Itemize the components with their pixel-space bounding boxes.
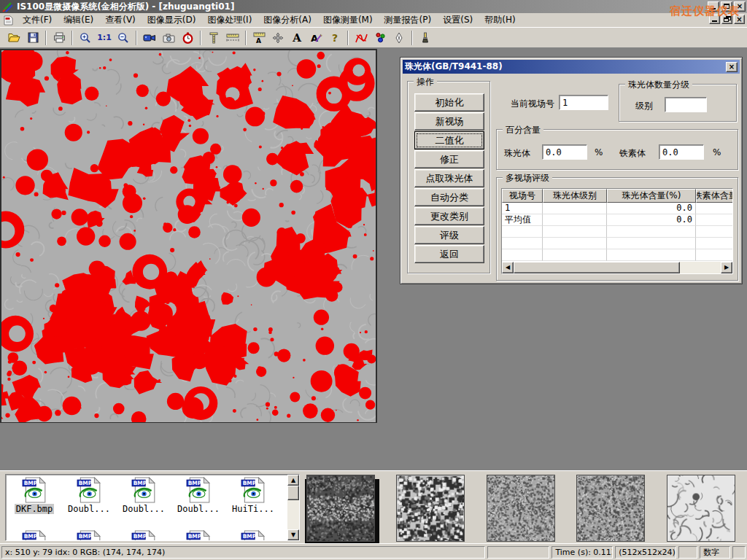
dialog-close-button[interactable]: × bbox=[726, 62, 738, 72]
thumbnail-2[interactable] bbox=[396, 475, 465, 542]
close-button[interactable]: × bbox=[734, 1, 746, 12]
move-tool-button[interactable] bbox=[268, 29, 287, 47]
scroll-up-button[interactable]: ▲ bbox=[287, 475, 299, 486]
file-name[interactable]: DKF.bmp bbox=[15, 504, 55, 514]
save-button[interactable] bbox=[23, 29, 42, 47]
thumbnail-3[interactable] bbox=[487, 475, 555, 542]
pen-tool-button[interactable] bbox=[390, 29, 409, 47]
file-item[interactable]: BMP DKF.bmp bbox=[7, 477, 61, 514]
menu-item-measure-report[interactable]: 测量报告(P) bbox=[379, 12, 438, 28]
menu-item-image-measure[interactable]: 图像测量(M) bbox=[317, 12, 379, 28]
auto-classify-button[interactable]: 自动分类 bbox=[414, 188, 484, 206]
file-item[interactable]: BMP Doubl... bbox=[171, 477, 225, 514]
file-item-partial[interactable]: BMP bbox=[226, 530, 280, 541]
open-file-button[interactable] bbox=[4, 29, 23, 47]
toolbar: 1:1 bbox=[0, 28, 747, 48]
menu-item-file[interactable]: 文件(F) bbox=[17, 12, 58, 28]
binarize-button[interactable]: 二值化 bbox=[414, 131, 484, 149]
file-item[interactable]: BMP Doubl... bbox=[117, 477, 171, 514]
file-list-scrollbar[interactable]: ▲ ▼ bbox=[287, 475, 299, 540]
metallograph-image[interactable] bbox=[1, 50, 376, 422]
toolbar-separator bbox=[136, 31, 137, 45]
table-h-scrollbar[interactable]: ◀ ▶ bbox=[502, 262, 732, 273]
scroll-left-button[interactable]: ◀ bbox=[502, 262, 514, 273]
dialog-title-bar[interactable]: 珠光体(GB/T9441-88) × bbox=[403, 60, 740, 74]
table-row[interactable]: 1 0.0 bbox=[502, 203, 733, 214]
file-name[interactable]: Doubl... bbox=[176, 504, 221, 514]
operations-group-label: 操作 bbox=[414, 76, 437, 88]
toolbar-separator bbox=[200, 31, 201, 45]
init-button[interactable]: 初始化 bbox=[414, 93, 484, 112]
menu-bar: 文件(F) 编辑(E) 查看(V) 图像显示(D) 图像处理(I) 图像分析(A… bbox=[0, 13, 747, 28]
calibration-button[interactable]: A bbox=[249, 29, 268, 47]
caliper-measure-button[interactable] bbox=[204, 29, 223, 47]
file-name[interactable]: Doubl... bbox=[121, 504, 166, 514]
ferrite-input[interactable] bbox=[659, 144, 704, 160]
zoom-in-button[interactable] bbox=[76, 29, 95, 47]
current-field-input[interactable] bbox=[559, 95, 608, 110]
pearlite-input[interactable] bbox=[542, 144, 587, 160]
timer-button[interactable] bbox=[178, 29, 197, 47]
help-button[interactable]: ? bbox=[325, 29, 344, 47]
file-item-partial[interactable]: BMP bbox=[171, 530, 225, 541]
new-field-button[interactable]: 新视场 bbox=[414, 112, 484, 131]
bmp-label: BMP bbox=[133, 480, 147, 486]
window-title: IS100显微摄像系统(金相分析版) - [zhuguangti01] bbox=[17, 1, 234, 13]
thumbnail-4[interactable] bbox=[576, 475, 645, 542]
pick-pearlite-button[interactable]: 点取珠光体 bbox=[414, 169, 484, 187]
phase-marker-button[interactable] bbox=[371, 29, 390, 47]
file-item-partial[interactable]: BMP bbox=[62, 530, 116, 541]
header-pearlite-grade: 珠光体级别 bbox=[543, 189, 607, 203]
menu-item-help[interactable]: 帮助(H) bbox=[479, 12, 521, 28]
ruler-a-icon: A bbox=[253, 32, 266, 44]
minimize-button[interactable] bbox=[708, 1, 719, 12]
mdi-restore-button[interactable] bbox=[721, 15, 732, 24]
video-capture-button[interactable] bbox=[140, 29, 159, 47]
video-camera-icon bbox=[143, 33, 156, 43]
snapshot-button[interactable] bbox=[159, 29, 178, 47]
file-item[interactable]: BMP HuiTi... bbox=[226, 477, 280, 514]
ferrite-label: 铁素体 bbox=[619, 147, 646, 160]
scroll-thumb[interactable] bbox=[287, 486, 299, 500]
curve-tool-button[interactable] bbox=[352, 29, 371, 47]
thumbnail-1[interactable] bbox=[306, 475, 375, 542]
file-item-partial[interactable]: BMP bbox=[117, 530, 171, 541]
close-icon: × bbox=[735, 2, 745, 11]
print-button[interactable] bbox=[50, 29, 69, 47]
menu-item-image-processing[interactable]: 图像处理(I) bbox=[201, 12, 258, 28]
text-tool-button[interactable]: A bbox=[287, 29, 306, 47]
scroll-down-button[interactable]: ▼ bbox=[287, 529, 299, 540]
cell-content: 0.0 bbox=[607, 214, 696, 226]
scroll-track[interactable] bbox=[680, 262, 721, 273]
grade-input[interactable] bbox=[665, 97, 707, 112]
pen-nib-icon bbox=[395, 32, 403, 44]
file-name[interactable]: Doubl... bbox=[66, 504, 112, 514]
grade-button[interactable]: 评级 bbox=[414, 226, 484, 244]
status-time: Time (s): 0.113 bbox=[551, 546, 613, 559]
maximize-button[interactable] bbox=[721, 1, 732, 12]
mdi-close-button[interactable]: × bbox=[734, 15, 745, 24]
brush-tool-button[interactable] bbox=[416, 29, 435, 47]
file-item-partial[interactable]: BMP bbox=[7, 530, 61, 541]
menu-item-edit[interactable]: 编辑(E) bbox=[58, 12, 99, 28]
menu-item-image-analysis[interactable]: 图像分析(A) bbox=[258, 12, 317, 28]
zoom-out-button[interactable] bbox=[114, 29, 133, 47]
change-class-button[interactable]: 更改类别 bbox=[414, 207, 484, 225]
styled-text-button[interactable]: A bbox=[306, 29, 325, 47]
ruler-measure-button[interactable] bbox=[223, 29, 242, 47]
scroll-thumb[interactable] bbox=[514, 262, 680, 273]
bmp-label: BMP bbox=[79, 533, 93, 540]
return-button[interactable]: 返回 bbox=[414, 245, 484, 263]
menu-item-image-display[interactable]: 图像显示(D) bbox=[142, 12, 202, 28]
scroll-right-button[interactable]: ▶ bbox=[721, 262, 732, 273]
actual-size-button[interactable]: 1:1 bbox=[95, 29, 114, 47]
menu-item-settings[interactable]: 设置(S) bbox=[437, 12, 479, 28]
table-row[interactable]: 平均值 0.0 bbox=[502, 214, 733, 226]
mdi-minimize-button[interactable] bbox=[709, 15, 720, 24]
file-item[interactable]: BMP Doubl... bbox=[62, 477, 116, 514]
thumbnail-5[interactable] bbox=[667, 475, 735, 542]
correct-button[interactable]: 修正 bbox=[414, 150, 484, 168]
menu-item-view[interactable]: 查看(V) bbox=[99, 12, 142, 28]
file-name[interactable]: HuiTi... bbox=[231, 504, 276, 514]
document-icon bbox=[3, 15, 14, 26]
